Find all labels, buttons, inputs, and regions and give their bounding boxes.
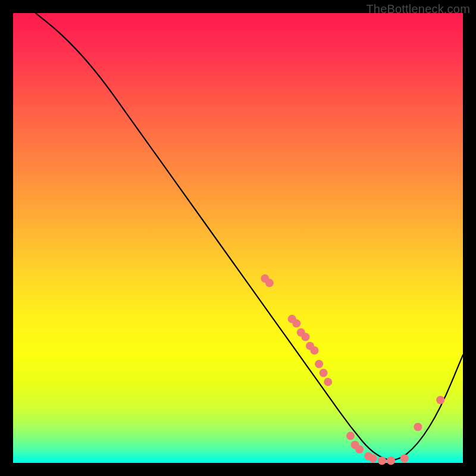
data-point-marker: [265, 279, 274, 287]
data-point-marker: [311, 346, 319, 355]
data-point-marker: [315, 360, 323, 368]
data-point-marker: [355, 445, 364, 453]
data-point-marker: [292, 320, 300, 328]
data-point-marker: [436, 396, 444, 404]
data-point-marker: [400, 454, 409, 462]
chart-svg: [13, 13, 463, 463]
data-point-marker: [369, 454, 377, 462]
data-point-marker: [378, 456, 386, 465]
chart-markers: [261, 274, 444, 465]
watermark-text: TheBottleneck.com: [366, 2, 470, 16]
data-point-marker: [346, 432, 355, 440]
data-point-marker: [387, 456, 395, 465]
data-point-marker: [324, 378, 332, 386]
data-point-marker: [414, 423, 422, 431]
data-point-marker: [301, 333, 309, 341]
data-point-marker: [320, 369, 328, 377]
chart-curve: [36, 13, 463, 460]
chart-outer-frame: TheBottleneck.com: [0, 0, 476, 476]
chart-plot-area: [13, 13, 463, 463]
